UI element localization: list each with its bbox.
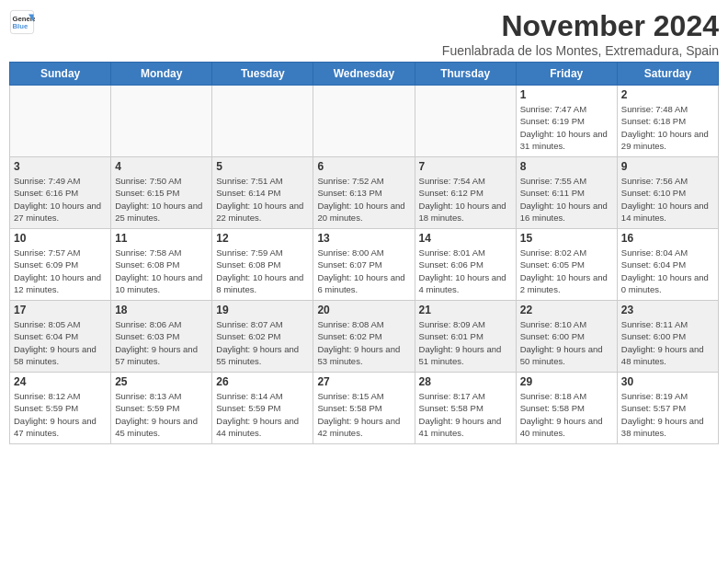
day-number: 22 xyxy=(520,304,613,316)
day-number: 24 xyxy=(14,375,107,388)
day-number: 11 xyxy=(115,232,208,245)
day-cell: 29Sunrise: 8:18 AMSunset: 5:58 PMDayligh… xyxy=(516,373,617,444)
day-info: Sunrise: 8:07 AMSunset: 6:02 PMDaylight:… xyxy=(216,318,309,367)
day-cell: 25Sunrise: 8:13 AMSunset: 5:59 PMDayligh… xyxy=(111,373,212,444)
day-number: 21 xyxy=(419,304,512,316)
day-number: 30 xyxy=(621,375,714,388)
logo: General Blue xyxy=(9,9,35,35)
day-cell xyxy=(111,86,212,157)
subtitle: Fuenlabrada de los Montes, Extremadura, … xyxy=(442,43,719,58)
day-cell: 20Sunrise: 8:08 AMSunset: 6:02 PMDayligh… xyxy=(313,301,415,373)
day-number: 2 xyxy=(621,88,714,101)
day-cell: 7Sunrise: 7:54 AMSunset: 6:12 PMDaylight… xyxy=(415,157,516,229)
day-info: Sunrise: 8:13 AMSunset: 5:59 PMDaylight:… xyxy=(115,390,208,439)
day-info: Sunrise: 8:17 AMSunset: 5:58 PMDaylight:… xyxy=(419,390,512,439)
day-info: Sunrise: 8:18 AMSunset: 5:58 PMDaylight:… xyxy=(520,390,613,439)
day-number: 26 xyxy=(216,375,309,388)
day-cell: 13Sunrise: 8:00 AMSunset: 6:07 PMDayligh… xyxy=(313,229,415,301)
day-number: 14 xyxy=(419,232,512,245)
day-cell: 23Sunrise: 8:11 AMSunset: 6:00 PMDayligh… xyxy=(617,301,718,373)
day-cell: 4Sunrise: 7:50 AMSunset: 6:15 PMDaylight… xyxy=(111,157,212,229)
day-info: Sunrise: 7:50 AMSunset: 6:15 PMDaylight:… xyxy=(115,175,208,224)
day-number: 16 xyxy=(621,232,714,245)
svg-text:Blue: Blue xyxy=(13,22,28,30)
day-cell: 19Sunrise: 8:07 AMSunset: 6:02 PMDayligh… xyxy=(212,301,313,373)
day-header-saturday: Saturday xyxy=(617,63,718,86)
day-number: 18 xyxy=(115,304,208,316)
day-header-sunday: Sunday xyxy=(10,63,111,86)
day-info: Sunrise: 7:47 AMSunset: 6:19 PMDaylight:… xyxy=(520,103,613,152)
day-cell: 1Sunrise: 7:47 AMSunset: 6:19 PMDaylight… xyxy=(516,86,617,157)
week-row-2: 3Sunrise: 7:49 AMSunset: 6:16 PMDaylight… xyxy=(10,157,719,229)
day-number: 7 xyxy=(419,160,512,173)
day-info: Sunrise: 7:58 AMSunset: 6:08 PMDaylight:… xyxy=(115,247,208,295)
calendar-table: SundayMondayTuesdayWednesdayThursdayFrid… xyxy=(9,62,719,444)
day-info: Sunrise: 8:19 AMSunset: 5:57 PMDaylight:… xyxy=(621,390,714,439)
day-info: Sunrise: 7:56 AMSunset: 6:10 PMDaylight:… xyxy=(621,175,714,224)
day-info: Sunrise: 7:51 AMSunset: 6:14 PMDaylight:… xyxy=(216,175,309,224)
day-cell xyxy=(313,86,415,157)
day-info: Sunrise: 8:09 AMSunset: 6:01 PMDaylight:… xyxy=(419,318,512,367)
logo-icon: General Blue xyxy=(9,9,35,35)
day-cell: 28Sunrise: 8:17 AMSunset: 5:58 PMDayligh… xyxy=(415,373,516,444)
day-number: 1 xyxy=(520,88,613,101)
week-row-5: 24Sunrise: 8:12 AMSunset: 5:59 PMDayligh… xyxy=(10,373,719,444)
day-cell: 18Sunrise: 8:06 AMSunset: 6:03 PMDayligh… xyxy=(111,301,212,373)
day-number: 27 xyxy=(317,375,410,388)
week-row-3: 10Sunrise: 7:57 AMSunset: 6:09 PMDayligh… xyxy=(10,229,719,301)
day-header-monday: Monday xyxy=(111,63,212,86)
day-cell: 17Sunrise: 8:05 AMSunset: 6:04 PMDayligh… xyxy=(10,301,111,373)
day-number: 17 xyxy=(14,304,107,316)
day-cell: 24Sunrise: 8:12 AMSunset: 5:59 PMDayligh… xyxy=(10,373,111,444)
day-cell: 5Sunrise: 7:51 AMSunset: 6:14 PMDaylight… xyxy=(212,157,313,229)
day-number: 13 xyxy=(317,232,410,245)
day-cell: 21Sunrise: 8:09 AMSunset: 6:01 PMDayligh… xyxy=(415,301,516,373)
day-info: Sunrise: 8:06 AMSunset: 6:03 PMDaylight:… xyxy=(115,318,208,367)
day-info: Sunrise: 8:14 AMSunset: 5:59 PMDaylight:… xyxy=(216,390,309,439)
day-number: 15 xyxy=(520,232,613,245)
day-number: 28 xyxy=(419,375,512,388)
day-info: Sunrise: 7:54 AMSunset: 6:12 PMDaylight:… xyxy=(419,175,512,224)
day-info: Sunrise: 8:10 AMSunset: 6:00 PMDaylight:… xyxy=(520,318,613,367)
day-number: 4 xyxy=(115,160,208,173)
day-info: Sunrise: 7:49 AMSunset: 6:16 PMDaylight:… xyxy=(14,175,107,224)
day-cell: 8Sunrise: 7:55 AMSunset: 6:11 PMDaylight… xyxy=(516,157,617,229)
day-number: 25 xyxy=(115,375,208,388)
day-number: 8 xyxy=(520,160,613,173)
day-info: Sunrise: 7:52 AMSunset: 6:13 PMDaylight:… xyxy=(317,175,410,224)
day-number: 9 xyxy=(621,160,714,173)
day-number: 20 xyxy=(317,304,410,316)
day-header-tuesday: Tuesday xyxy=(212,63,313,86)
day-info: Sunrise: 7:55 AMSunset: 6:11 PMDaylight:… xyxy=(520,175,613,224)
day-header-row: SundayMondayTuesdayWednesdayThursdayFrid… xyxy=(10,63,719,86)
day-cell: 9Sunrise: 7:56 AMSunset: 6:10 PMDaylight… xyxy=(617,157,718,229)
day-cell: 2Sunrise: 7:48 AMSunset: 6:18 PMDaylight… xyxy=(617,86,718,157)
day-cell: 10Sunrise: 7:57 AMSunset: 6:09 PMDayligh… xyxy=(10,229,111,301)
day-cell xyxy=(212,86,313,157)
page-header: General Blue November 2024 Fuenlabrada d… xyxy=(9,9,719,58)
day-info: Sunrise: 8:08 AMSunset: 6:02 PMDaylight:… xyxy=(317,318,410,367)
day-number: 10 xyxy=(14,232,107,245)
day-number: 5 xyxy=(216,160,309,173)
day-cell: 3Sunrise: 7:49 AMSunset: 6:16 PMDaylight… xyxy=(10,157,111,229)
day-cell: 16Sunrise: 8:04 AMSunset: 6:04 PMDayligh… xyxy=(617,229,718,301)
day-cell: 14Sunrise: 8:01 AMSunset: 6:06 PMDayligh… xyxy=(415,229,516,301)
month-title: November 2024 xyxy=(442,9,719,43)
day-cell: 12Sunrise: 7:59 AMSunset: 6:08 PMDayligh… xyxy=(212,229,313,301)
day-number: 6 xyxy=(317,160,410,173)
week-row-4: 17Sunrise: 8:05 AMSunset: 6:04 PMDayligh… xyxy=(10,301,719,373)
day-cell: 11Sunrise: 7:58 AMSunset: 6:08 PMDayligh… xyxy=(111,229,212,301)
day-info: Sunrise: 7:57 AMSunset: 6:09 PMDaylight:… xyxy=(14,247,107,295)
day-header-friday: Friday xyxy=(516,63,617,86)
day-cell: 22Sunrise: 8:10 AMSunset: 6:00 PMDayligh… xyxy=(516,301,617,373)
day-number: 23 xyxy=(621,304,714,316)
day-cell xyxy=(10,86,111,157)
day-info: Sunrise: 7:48 AMSunset: 6:18 PMDaylight:… xyxy=(621,103,714,152)
day-number: 3 xyxy=(14,160,107,173)
day-header-wednesday: Wednesday xyxy=(313,63,415,86)
week-row-1: 1Sunrise: 7:47 AMSunset: 6:19 PMDaylight… xyxy=(10,86,719,157)
day-info: Sunrise: 8:00 AMSunset: 6:07 PMDaylight:… xyxy=(317,247,410,295)
day-number: 19 xyxy=(216,304,309,316)
day-cell: 26Sunrise: 8:14 AMSunset: 5:59 PMDayligh… xyxy=(212,373,313,444)
day-cell: 15Sunrise: 8:02 AMSunset: 6:05 PMDayligh… xyxy=(516,229,617,301)
